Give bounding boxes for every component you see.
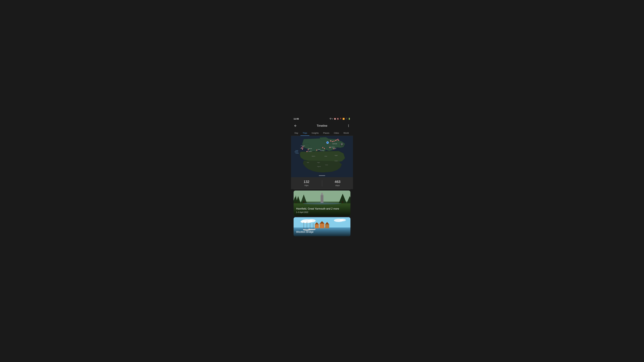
- svg-point-25: [330, 141, 331, 141]
- mute-icon: 🔇: [337, 118, 339, 120]
- stats-row: 132 trips 463 days: [291, 177, 353, 189]
- trip-card-1-title: Harefield, Great Yarmouth and 2 more: [296, 207, 348, 211]
- tab-day[interactable]: Day: [292, 130, 300, 136]
- battery-icon: 🔋: [348, 118, 350, 120]
- tab-world[interactable]: World: [341, 130, 351, 136]
- days-stat: 463 days: [322, 180, 353, 187]
- tab-trips[interactable]: Trips: [300, 130, 309, 136]
- svg-text:Folgosa: Folgosa: [301, 145, 305, 147]
- trip-card-2-title: Wootton Bridge: [296, 230, 348, 234]
- alarm-icon: ⏰: [334, 118, 336, 120]
- trip-card-2-overlay: Wootton Bridge: [294, 228, 350, 236]
- trip-card-2[interactable]: Wootton Bridge: [294, 217, 350, 236]
- svg-text:Floriana: Floriana: [320, 150, 324, 151]
- location-icon: 📍: [340, 118, 342, 120]
- separator: [294, 189, 350, 189]
- page-title: Timeline: [316, 124, 327, 127]
- scroll-indicator: [319, 175, 325, 176]
- svg-text:Chad: Chad: [325, 164, 328, 165]
- days-label: days: [335, 184, 340, 187]
- svg-point-28: [307, 151, 307, 152]
- status-time: 11:55: [294, 118, 299, 120]
- trip-card-1-date: 1–3 April 2022: [296, 211, 348, 213]
- trips-count: 132: [304, 180, 310, 184]
- svg-point-2: [348, 126, 349, 127]
- svg-point-31: [326, 141, 329, 144]
- map-area[interactable]: North Atlantic Ocean Algeria Libya Egypt…: [291, 136, 353, 177]
- svg-point-27: [334, 141, 334, 141]
- tab-bar: Day Trips Insights Places Cities World: [291, 130, 353, 136]
- back-button[interactable]: [292, 123, 299, 129]
- trip-card-1-overlay: Harefield, Great Yarmouth and 2 more 1–3…: [294, 205, 350, 216]
- tab-places[interactable]: Places: [321, 130, 332, 136]
- svg-text:Kranidi: Kranidi: [333, 148, 336, 149]
- svg-text:El Jadida: El Jadida: [307, 151, 312, 152]
- svg-point-47: [308, 219, 316, 222]
- trips-stat: 132 trips: [291, 180, 322, 187]
- svg-text:Atlantic: Atlantic: [294, 151, 298, 152]
- svg-point-34: [342, 144, 342, 144]
- svg-text:Sudan: Sudan: [334, 160, 338, 161]
- svg-text:North: North: [296, 150, 298, 151]
- svg-rect-52: [320, 224, 324, 228]
- svg-point-44: [303, 203, 341, 205]
- svg-text:Algeria: Algeria: [312, 156, 315, 157]
- svg-point-1: [348, 125, 349, 126]
- svg-text:Niger: Niger: [317, 162, 320, 163]
- svg-text:Gzira: Gzira: [318, 149, 320, 150]
- svg-point-50: [340, 219, 346, 221]
- wifi-icon: 📶: [342, 118, 345, 120]
- svg-text:Mali: Mali: [307, 162, 309, 163]
- svg-text:Valencia: Valencia: [308, 148, 312, 149]
- shield-icon: 🛡: [330, 118, 331, 120]
- signal-icon: 📱: [345, 118, 348, 120]
- svg-point-0: [348, 125, 349, 125]
- days-count: 463: [334, 180, 340, 184]
- svg-text:Ocean: Ocean: [296, 153, 299, 154]
- top-bar: Timeline: [291, 122, 353, 130]
- trips-label: trips: [304, 184, 308, 187]
- trip-card-1[interactable]: Harefield, Great Yarmouth and 2 more 1–3…: [294, 191, 350, 216]
- svg-text:Libya: Libya: [324, 156, 327, 157]
- status-icons: 🛡 ✓ ⏰ 🔇 📍 📶 📱 🔋: [330, 118, 350, 120]
- tab-cities[interactable]: Cities: [332, 130, 341, 136]
- phone-container: 11:55 🛡 ✓ ⏰ 🔇 📍 📶 📱 🔋 Timeline: [291, 116, 353, 246]
- svg-point-29: [330, 147, 330, 148]
- tab-insights[interactable]: Insights: [310, 130, 321, 136]
- status-bar: 11:55 🛡 ✓ ⏰ 🔇 📍 📶 📱 🔋: [291, 116, 353, 122]
- svg-point-26: [332, 141, 332, 142]
- more-options-button[interactable]: [345, 123, 352, 129]
- check-icon: ✓: [332, 118, 333, 120]
- svg-text:Nigeria: Nigeria: [317, 166, 321, 167]
- svg-text:Glashutte: Glashutte: [332, 143, 337, 144]
- svg-text:Egypt: Egypt: [335, 155, 338, 156]
